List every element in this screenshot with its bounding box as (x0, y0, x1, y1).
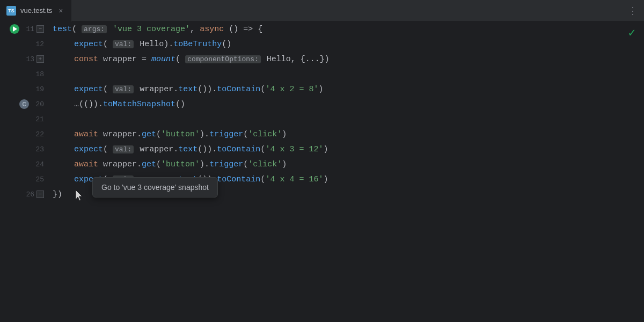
line-number-20: 20 (31, 100, 44, 108)
line-number-26: 26 (21, 191, 34, 199)
line-number-24: 24 (31, 160, 44, 169)
line-number-18: 18 (31, 70, 44, 78)
gutter-row-21: 21 (0, 112, 48, 127)
gutter-row-23: 23 (0, 142, 48, 157)
tooltip-text: Go to 'vue 3 coverage' snapshot (101, 183, 209, 192)
code-line-21 (53, 112, 639, 127)
line-number-13: 13 (21, 55, 34, 63)
code-area: 11 − 12 13 + 18 19 C 20 (0, 21, 644, 322)
gutter-row-20: C 20 (0, 97, 48, 112)
code-line-13: const wrapper = mount( componentOptions:… (53, 52, 639, 67)
code-text-20: …(()).toMatchSnapshot() (74, 100, 185, 109)
code-line-22: await wrapper.get('button').trigger('cli… (53, 127, 639, 142)
more-options-icon[interactable]: ⋮ (628, 5, 638, 17)
ts-file-icon: TS (6, 6, 16, 16)
fold-icon-13[interactable]: + (36, 55, 44, 63)
file-tab[interactable]: TS vue.test.ts × (0, 0, 72, 21)
tab-filename: vue.test.ts (20, 6, 52, 14)
code-line-24: await wrapper.get('button').trigger('cli… (53, 157, 639, 172)
code-text-12: expect( val: Hello).toBeTruthy() (74, 40, 231, 49)
code-content[interactable]: test( args: 'vue 3 coverage', async () =… (48, 21, 639, 322)
line-number-11: 11 (21, 25, 34, 33)
fold-icon-26[interactable]: − (36, 191, 44, 198)
run-triangle (13, 26, 17, 32)
test-pass-checkmark: ✓ (628, 26, 635, 40)
line-number-gutter: 11 − 12 13 + 18 19 C 20 (0, 21, 48, 322)
gutter-row-18: 18 (0, 67, 48, 82)
line-number-23: 23 (31, 145, 44, 153)
line-number-19: 19 (31, 85, 44, 93)
line-number-12: 12 (31, 40, 44, 48)
scrollbar-track[interactable] (639, 21, 644, 322)
code-text-22: await wrapper.get('button').trigger('cli… (74, 130, 287, 139)
tab-close-button[interactable]: × (56, 6, 65, 15)
code-line-11: test( args: 'vue 3 coverage', async () =… (53, 21, 639, 36)
code-text-11: test( args: 'vue 3 coverage', async () =… (53, 25, 262, 34)
fold-icon-11[interactable]: − (36, 25, 44, 33)
coverage-icon-20[interactable]: C (19, 99, 29, 109)
gutter-row-11: 11 − (0, 21, 48, 36)
mouse-cursor (74, 189, 84, 204)
gutter-row-13: 13 + (0, 52, 48, 67)
code-line-20: …(()).toMatchSnapshot() (53, 97, 639, 112)
tooltip: Go to 'vue 3 coverage' snapshot (92, 177, 218, 197)
editor-container: TS vue.test.ts × ⋮ 11 − 12 13 (0, 0, 644, 322)
gutter-row-12: 12 (0, 36, 48, 52)
gutter-row-26: 26 − (0, 187, 48, 202)
tab-bar: TS vue.test.ts × ⋮ (0, 0, 644, 21)
code-line-18 (53, 67, 639, 82)
code-line-12: expect( val: Hello).toBeTruthy() (53, 36, 639, 52)
code-text-26: }) (53, 190, 62, 199)
line-number-22: 22 (31, 130, 44, 138)
code-line-23: expect( val: wrapper.text()).toContain('… (53, 142, 639, 157)
line-number-25: 25 (31, 175, 44, 184)
run-test-icon[interactable] (10, 24, 19, 34)
gutter-row-22: 22 (0, 127, 48, 142)
line-number-21: 21 (31, 115, 44, 123)
gutter-row-24: 24 (0, 157, 48, 172)
code-text-13: const wrapper = mount( componentOptions:… (74, 55, 330, 64)
gutter-row-19: 19 (0, 82, 48, 97)
code-line-19: expect( val: wrapper.text()).toContain('… (53, 82, 639, 97)
code-text-24: await wrapper.get('button').trigger('cli… (74, 160, 287, 169)
code-text-19: expect( val: wrapper.text()).toContain('… (74, 85, 323, 94)
code-text-23: expect( val: wrapper.text()).toContain('… (74, 145, 328, 154)
gutter-row-25: 25 (0, 172, 48, 187)
